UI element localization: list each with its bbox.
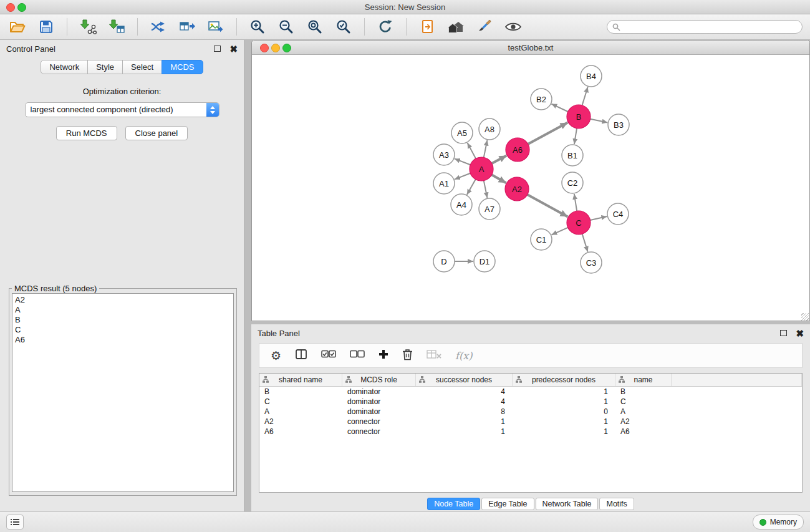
- table-row[interactable]: Bdominator41B: [259, 387, 802, 397]
- network-close-button[interactable]: [260, 44, 269, 52]
- tab-node-table[interactable]: Node Table: [427, 498, 480, 510]
- table-cell[interactable]: 1: [513, 427, 615, 437]
- table-cell[interactable]: B: [615, 387, 672, 397]
- table-row[interactable]: Cdominator41C: [259, 397, 802, 407]
- table-cell[interactable]: 1: [416, 417, 513, 427]
- table-cell[interactable]: 4: [416, 397, 513, 407]
- graph-edge-A-A6[interactable]: [492, 155, 507, 163]
- column-header-name[interactable]: name: [615, 374, 672, 386]
- float-panel-icon[interactable]: [780, 330, 787, 336]
- table-row[interactable]: Adominator80A: [259, 407, 802, 417]
- close-panel-icon[interactable]: ✖: [796, 329, 804, 338]
- graph-edge-A-A4[interactable]: [467, 180, 476, 195]
- table-cell[interactable]: 8: [416, 407, 513, 417]
- tab-network[interactable]: Network: [41, 60, 88, 74]
- column-header-MCDS-role[interactable]: MCDS role: [342, 374, 416, 386]
- new-network-from-table-button[interactable]: [177, 17, 197, 37]
- close-panel-button[interactable]: Close panel: [125, 126, 188, 140]
- graph-edge-A2-C[interactable]: [528, 195, 568, 216]
- import-network-button[interactable]: [78, 17, 98, 37]
- tab-select[interactable]: Select: [122, 60, 162, 74]
- network-zoom-button[interactable]: [282, 44, 291, 52]
- zoom-selected-button[interactable]: [334, 17, 354, 37]
- table-cell[interactable]: dominator: [342, 387, 416, 397]
- table-cell[interactable]: connector: [342, 427, 416, 437]
- delete-table-button[interactable]: [427, 349, 441, 362]
- graph-edge-A6-B[interactable]: [528, 123, 568, 145]
- zoom-fit-button[interactable]: [305, 17, 325, 37]
- table-cell[interactable]: C: [615, 397, 672, 407]
- table-cell[interactable]: C: [259, 397, 342, 407]
- tab-mcds[interactable]: MCDS: [162, 60, 203, 74]
- table-cell[interactable]: 4: [416, 387, 513, 397]
- graph-edge-A-A3[interactable]: [455, 158, 471, 165]
- table-cell[interactable]: B: [259, 387, 342, 397]
- mcds-result-item[interactable]: A2: [12, 295, 233, 305]
- table-cell[interactable]: 1: [513, 397, 615, 407]
- search-input[interactable]: [624, 22, 797, 32]
- criterion-dropdown[interactable]: largest connected component (directed): [25, 102, 219, 117]
- table-cell[interactable]: A6: [615, 427, 672, 437]
- close-window-button[interactable]: [6, 3, 15, 12]
- column-header-successor-nodes[interactable]: successor nodes: [416, 374, 513, 386]
- table-row[interactable]: A6connector11A6: [259, 427, 802, 437]
- graph-edge-C-C4[interactable]: [591, 216, 607, 220]
- table-row[interactable]: A2connector11A2: [259, 417, 802, 427]
- graph-edge-A-A8[interactable]: [484, 140, 488, 158]
- close-panel-icon[interactable]: ✖: [229, 44, 238, 54]
- table-cell[interactable]: dominator: [342, 407, 416, 417]
- show-hide-button[interactable]: [503, 17, 523, 37]
- table-cell[interactable]: 1: [416, 427, 513, 437]
- graph-edge-B-B3[interactable]: [591, 119, 608, 123]
- graph-edge-B-B1[interactable]: [574, 128, 577, 144]
- memory-button[interactable]: Memory: [753, 515, 804, 530]
- create-column-button[interactable]: [378, 349, 388, 362]
- table-cell[interactable]: 0: [513, 407, 615, 417]
- network-minimize-button[interactable]: [271, 44, 280, 52]
- graph-edge-A-A1[interactable]: [455, 173, 471, 180]
- table-cell[interactable]: connector: [342, 417, 416, 427]
- run-mcds-button[interactable]: Run MCDS: [56, 126, 117, 140]
- graph-edge-A-A2[interactable]: [492, 175, 506, 183]
- export-image-button[interactable]: [206, 17, 226, 37]
- select-all-columns-button[interactable]: [321, 350, 336, 361]
- zoom-in-button[interactable]: [248, 17, 268, 37]
- open-session-button[interactable]: [7, 17, 27, 37]
- save-session-button[interactable]: [36, 17, 56, 37]
- tab-style[interactable]: Style: [87, 60, 123, 74]
- table-cell[interactable]: A: [259, 407, 342, 417]
- mcds-result-item[interactable]: B: [12, 315, 233, 325]
- tab-motifs[interactable]: Motifs: [599, 498, 634, 510]
- table-settings-button[interactable]: ⚙: [271, 350, 281, 362]
- table-cell[interactable]: 1: [513, 417, 615, 427]
- mcds-result-list[interactable]: A2ABCA6: [12, 293, 234, 492]
- column-header-predecessor-nodes[interactable]: predecessor nodes: [513, 374, 615, 386]
- search-box[interactable]: [607, 20, 803, 34]
- table-cell[interactable]: A: [615, 407, 672, 417]
- tab-edge-table[interactable]: Edge Table: [481, 498, 534, 510]
- mcds-result-item[interactable]: A: [12, 305, 233, 315]
- mcds-result-item[interactable]: C: [12, 325, 233, 335]
- graph-edge-A-A7[interactable]: [484, 181, 488, 198]
- style-button[interactable]: [475, 17, 494, 37]
- network-canvas[interactable]: B4B2BB3A5A8A6A3B1AC2A1A2A4A7C4CC1DD1C3: [252, 55, 809, 321]
- graph-edge-C-C1[interactable]: [551, 228, 567, 235]
- table-cell[interactable]: dominator: [342, 397, 416, 407]
- mcds-result-item[interactable]: A6: [12, 335, 233, 345]
- zoom-out-button[interactable]: [276, 17, 296, 37]
- graph-edge-C-C3[interactable]: [582, 234, 588, 252]
- first-neighbors-button[interactable]: [417, 17, 437, 37]
- column-header-shared-name[interactable]: shared name: [259, 374, 342, 386]
- apply-layout-button[interactable]: [375, 17, 395, 37]
- home-button[interactable]: [446, 17, 466, 37]
- function-builder-button[interactable]: f(x): [455, 350, 472, 362]
- graph-edge-A-A5[interactable]: [468, 143, 476, 158]
- graph-edge-C-C2[interactable]: [574, 194, 577, 211]
- graph-edge-B-B2[interactable]: [551, 104, 568, 112]
- float-panel-icon[interactable]: [214, 46, 221, 52]
- show-columns-button[interactable]: [295, 348, 307, 363]
- table-cell[interactable]: A2: [259, 417, 342, 427]
- task-history-button[interactable]: [6, 515, 24, 530]
- table-cell[interactable]: A2: [615, 417, 672, 427]
- import-table-button[interactable]: [107, 17, 127, 37]
